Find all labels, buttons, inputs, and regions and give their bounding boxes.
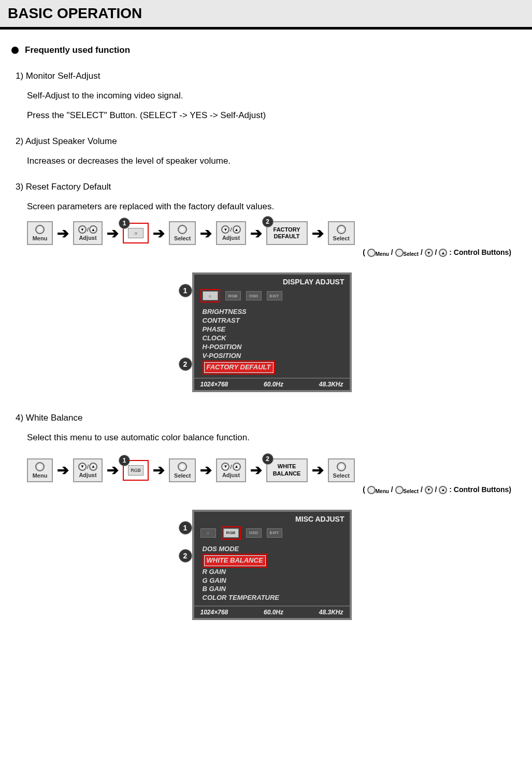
osd-selected-highlight: FACTORY DEFAULT [203,361,275,375]
arrow-icon: ➔ [312,462,324,479]
circle-icon [337,225,346,234]
osd-item: DOS MODE [203,545,341,554]
osd-badge-2: 2 [179,357,192,371]
osd-tab-display: ☼ [200,528,216,538]
badge-1: 1 [119,218,130,229]
arrow-icon: ➔ [57,462,69,479]
legend-text: : Control Buttons) [449,248,511,256]
down-icon: ▼ [78,463,87,471]
osd-display-adjust: 1 2 DISPLAY ADJUST ☼ RGB OSD EXIT BRIGHT… [192,272,352,392]
osd-tab-display: ☼ [203,291,218,300]
osd-tabs: ☼ RGB OSD EXIT [194,288,350,306]
highlight-2-wrap: 2 FACTORY DEFAULT [266,221,308,245]
down-icon: ▼ [425,249,433,257]
figure-3: Menu ➔ ▼/▲ Adjust ➔ 1 ☼ ➔ Select ➔ ▼/▲ A… [27,221,516,392]
arrow-icon: ➔ [57,225,69,242]
osd-area-4: 1 2 MISC ADJUST ☼ RGB OSD EXIT DOS MODE … [27,510,516,620]
menu-label: Menu [33,235,48,241]
legend-text: : Control Buttons) [449,485,511,494]
item-2-desc-1: Increases or decreases the level of spea… [27,156,516,166]
osd-refresh: 60.0Hz [264,609,283,616]
adjust-button: ▼/▲ Adjust [73,221,103,245]
adjust-button: ▼/▲ Adjust [73,458,103,482]
figure-4: Menu ➔ ▼/▲ Adjust ➔ 1 RGB ➔ Select ➔ ▼/▲… [27,458,516,621]
rgb-tab-icon: RGB [128,465,143,476]
osd-area-3: 1 2 DISPLAY ADJUST ☼ RGB OSD EXIT BRIGHT… [27,272,516,392]
menu-button: Menu [27,221,53,245]
up-icon: ▲ [439,486,447,494]
osd-hfreq: 48.3KHz [319,381,343,388]
osd-item: G GAIN [203,577,341,585]
adjust-button: ▼/▲ Adjust [216,458,246,482]
osd-tabs: ☼ RGB OSD EXIT [194,525,350,543]
title-bar: BASIC OPERATION [0,0,532,30]
content: Frequently used function 1) Monitor Self… [0,30,532,620]
section-heading: Frequently used function [11,45,516,55]
osd-item: PHASE [203,325,341,334]
arrow-icon: ➔ [153,225,165,242]
item-1-desc-2: Press the "SELECT" Button. (SELECT -> YE… [27,110,516,121]
circle-icon [178,225,187,234]
page-title: BASIC OPERATION [8,5,524,22]
osd-list: BRIGHTNESS CONTRAST PHASE CLOCK H-POSITI… [194,306,350,377]
item-3-title: 3) Reset Factory Default [16,182,516,192]
osd-misc-adjust: 1 2 MISC ADJUST ☼ RGB OSD EXIT DOS MODE … [192,510,352,620]
circle-icon [178,462,187,471]
item-1-desc-1: Self-Adjust to the incoming video signal… [27,91,516,101]
select-button: Select [328,458,355,482]
arrow-icon: ➔ [107,462,119,479]
up-icon: ▲ [233,463,241,471]
item-3-desc-1: Screen parameters are replaced with the … [27,202,516,212]
up-icon: ▲ [439,249,447,257]
osd-footer: 1024×768 60.0Hz 48.3KHz [194,606,350,618]
circle-icon [395,249,404,257]
section-heading-text: Frequently used function [25,45,130,55]
select-label: Select [174,235,191,241]
osd-tab-highlight: ☼ [200,289,220,303]
osd-selected-highlight: WHITE BALANCE [203,554,267,568]
bullet-icon [11,47,19,54]
circle-icon [35,225,45,234]
select-label: Select [333,472,350,479]
select-label: Select [174,472,191,479]
select-button: Select [328,221,355,245]
osd-badge-1: 1 [179,284,192,297]
circle-icon [395,486,404,494]
highlight-1-wrap: 1 RGB [123,460,149,481]
adjust-label: Adjust [222,235,240,241]
osd-item: H-POSITION [203,343,341,352]
item-4-desc-1: Select this menu to use automatic color … [27,433,516,443]
arrow-icon: ➔ [250,225,262,242]
arrow-icon: ➔ [200,462,212,479]
osd-footer: 1024×768 60.0Hz 48.3KHz [194,378,350,390]
item-1-title: 1) Monitor Self-Adjust [16,71,516,81]
up-icon: ▲ [89,225,97,234]
osd-item: CLOCK [203,334,341,343]
osd-tab-osd: OSD [246,528,262,538]
arrow-icon: ➔ [312,225,324,242]
arrow-icon: ➔ [200,225,212,242]
select-button: Select [169,221,196,245]
highlight-1-wrap: 1 ☼ [123,223,149,243]
osd-item-selected: FACTORY DEFAULT [204,362,274,373]
menu-button: Menu [27,458,53,482]
badge-2: 2 [262,216,274,227]
osd-item: B GAIN [203,585,341,594]
down-icon: ▼ [221,225,229,234]
badge-2: 2 [262,453,274,465]
circle-icon [337,462,346,471]
arrow-icon: ➔ [250,462,262,479]
up-icon: ▲ [233,225,241,234]
select-button: Select [169,458,196,482]
osd-item: BRIGHTNESS [203,308,341,316]
osd-badge-2: 2 [179,549,192,563]
up-icon: ▲ [89,463,97,471]
button-sequence-3: Menu ➔ ▼/▲ Adjust ➔ 1 ☼ ➔ Select ➔ ▼/▲ A… [27,221,516,245]
osd-tab-exit: EXIT [267,291,282,300]
osd-badge-1: 1 [179,521,192,535]
down-icon: ▼ [221,463,229,471]
osd-resolution: 1024×768 [200,381,228,388]
arrow-icon: ➔ [107,225,119,242]
osd-list: DOS MODE WHITE BALANCE R GAIN G GAIN B G… [194,543,350,606]
osd-tab-rgb: RGB [223,528,239,538]
